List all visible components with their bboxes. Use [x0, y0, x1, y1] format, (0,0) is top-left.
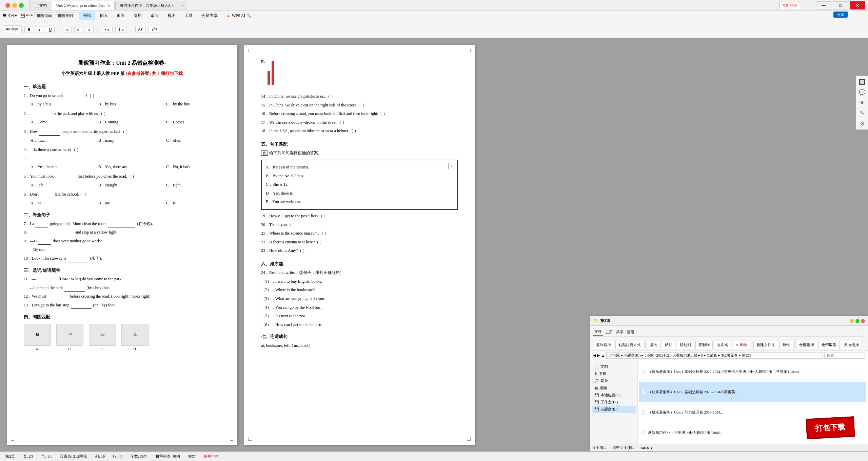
- fm-selected: 选中 1 个项目: [612, 445, 635, 450]
- fm-copy-btn[interactable]: 复制: [647, 341, 660, 349]
- fm-rename-btn[interactable]: 重命名: [714, 341, 731, 349]
- fm-tab-home[interactable]: 主页: [604, 329, 614, 335]
- corner-mark-bl2: [248, 437, 252, 441]
- underline-btn[interactable]: U: [46, 26, 55, 33]
- search-icon[interactable]: 🔍: [246, 13, 252, 18]
- sidebar-icon-2[interactable]: 💬: [859, 89, 866, 96]
- fm-file-2-icon: 📄: [641, 390, 646, 394]
- bullet-btn[interactable]: • ≡: [102, 26, 113, 33]
- fm-file-1[interactable]: 📄 （快乐暑假练）Unit 1 基础达标卷 2023-2024小学英语六年级上册…: [639, 362, 866, 381]
- fm-sidebar-d[interactable]: 💾 工作室(D:): [592, 399, 636, 406]
- add-matching-button[interactable]: +: [448, 163, 454, 169]
- align-center-btn[interactable]: ≡: [74, 26, 82, 33]
- italic-btn[interactable]: I: [36, 26, 43, 33]
- fm-file-1-name: （快乐暑假练）Unit 1 基础达标卷 2023-2024小学英语六年级上册 人…: [648, 369, 799, 374]
- fm-sidebar-music[interactable]: 🎵 音乐: [592, 377, 636, 384]
- fm-sidebar-docs[interactable]: 📄 文档: [592, 363, 636, 370]
- fm-file-2[interactable]: 📄 （快乐暑假练）Unit 2 基础达标卷 2023-2024小学英英...: [639, 382, 866, 402]
- minimize-button[interactable]: [12, 3, 17, 8]
- fm-nav-back[interactable]: ◀: [593, 353, 596, 358]
- fm-sidebar-c[interactable]: 💾 本地磁盘(C:): [592, 392, 636, 399]
- fm-titlebar: 📁 第2组: [590, 316, 868, 326]
- fm-sidebar-desktop[interactable]: 🖥 桌面: [592, 384, 636, 392]
- close-win-button[interactable]: ✕: [850, 1, 865, 9]
- maximize-button[interactable]: [19, 3, 24, 8]
- minimize-win-button[interactable]: ─: [816, 1, 831, 9]
- fm-selectall-btn[interactable]: 全部选择: [796, 341, 817, 349]
- fm-nav-up[interactable]: ▲: [601, 354, 605, 358]
- fm-move-btn[interactable]: 移动到: [677, 341, 694, 349]
- sidebar-icon-3[interactable]: 👁: [860, 100, 865, 106]
- img-a-label: A.: [24, 346, 51, 353]
- tab-doc[interactable]: 📄 文档: [29, 1, 51, 10]
- save-icon[interactable]: 💾: [20, 14, 25, 18]
- subtitle-plain: 小学英语六年级上册人教 PEP 版: [61, 71, 124, 76]
- q2-a: A．Come: [31, 119, 92, 126]
- ribbon: ☰ 文件▾ 💾 ↶ ↷ 翻倍页面 翻倍视图 开始 插入 页面 引用 审阅 视图 …: [0, 11, 868, 38]
- sidebar-icon-4[interactable]: ✎: [860, 110, 864, 116]
- fm-nav-path[interactable]: 此电脑 ▸ 老硬盘(E:) ▸ 0.0001-20231021-人教版PEP上册…: [606, 352, 823, 359]
- q7-blank1: [35, 227, 48, 227]
- fm-sidebar-e[interactable]: 💾 老硬盘(E:): [592, 406, 636, 413]
- register-button[interactable]: 立即登录: [779, 2, 800, 9]
- tab-preview[interactable]: 暑假预习作业：六年级上册人A ×: [115, 1, 178, 10]
- q4-num: 4．: [24, 147, 30, 152]
- share-label: 分享: [833, 12, 848, 18]
- fm-copyto-btn[interactable]: 复制到: [695, 341, 713, 349]
- fm-delete-btn[interactable]: ✕ 删除: [733, 341, 750, 349]
- ribbon-tab-copy-page[interactable]: 翻倍页面: [35, 12, 54, 19]
- fm-tab-share[interactable]: 共享: [615, 329, 625, 335]
- fm-min-btn[interactable]: [850, 319, 854, 323]
- fm-nav-forward[interactable]: ▶: [597, 353, 600, 358]
- ribbon-tab-ref[interactable]: 引用: [130, 12, 146, 20]
- fm-search-input[interactable]: [824, 353, 865, 359]
- undo-icon[interactable]: ↶: [26, 14, 29, 18]
- tab-unit2[interactable]: Unit 2 Ways to go to school Part ✕: [52, 1, 115, 10]
- tab-close-icon[interactable]: ✕: [107, 4, 110, 7]
- fm-tab-file[interactable]: 文件: [593, 328, 603, 336]
- tab-doc-label: 📄 文档: [34, 3, 47, 8]
- menu-file[interactable]: ☰ 文件▾: [3, 13, 17, 18]
- ribbon-tab-view[interactable]: 视图: [163, 12, 180, 20]
- close-button[interactable]: [5, 3, 10, 8]
- plus-icon: +: [182, 3, 184, 8]
- fm-copy-path-btn[interactable]: 复制路径: [593, 341, 614, 349]
- fm-paste-btn[interactable]: 粘贴: [662, 341, 675, 349]
- right-doc-page: E. 14．In China, we use chopsticks to eat…: [244, 45, 475, 445]
- align-right-btn[interactable]: ≡: [85, 26, 93, 33]
- highlight-btn[interactable]: 🖊▾: [149, 26, 160, 33]
- share-button[interactable]: 分享: [833, 12, 848, 17]
- tab-new[interactable]: +: [179, 1, 187, 10]
- fm-properties-btn[interactable]: 属性: [780, 341, 793, 349]
- redo-icon[interactable]: ↷: [29, 14, 33, 18]
- align-left-btn[interactable]: ≡: [63, 26, 71, 33]
- subtitle-red: (有参考答案) 共 4 项打包下载: [126, 71, 183, 76]
- bold-btn[interactable]: B: [24, 26, 33, 33]
- ribbon-tab-review[interactable]: 审阅: [146, 12, 163, 20]
- section1-title: 一、单选题: [24, 83, 220, 91]
- fm-newfolder-btn[interactable]: 新建文件夹: [753, 341, 778, 349]
- fm-close-btn[interactable]: [861, 319, 865, 323]
- ribbon-tab-insert[interactable]: 插入: [96, 12, 112, 20]
- ribbon-tab-page[interactable]: 页面: [113, 12, 129, 20]
- fm-invert-btn[interactable]: 反向选择: [841, 341, 862, 349]
- match-c: C．She is 12.: [266, 180, 453, 189]
- ribbon-tab-tools[interactable]: 工具: [180, 12, 197, 20]
- ribbon-tab-vip[interactable]: 会员专享: [197, 12, 222, 20]
- fm-paste-shortcut-btn[interactable]: 粘贴快捷方式: [615, 341, 644, 349]
- titlebar: 📄 文档 Unit 2 Ways to go to school Part ✕ …: [0, 0, 868, 11]
- fm-selectnone-btn[interactable]: 全部取消: [818, 341, 840, 349]
- download-badge[interactable]: 打包下载: [806, 416, 855, 439]
- fm-max-btn[interactable]: [855, 319, 860, 323]
- sidebar-icon-1[interactable]: 🔲: [859, 79, 866, 85]
- ribbon-tab-start[interactable]: 开始: [79, 12, 95, 20]
- wps-ai[interactable]: ▲ WPS AI 🔍: [226, 13, 252, 18]
- fm-tab-view[interactable]: 查看: [626, 329, 636, 335]
- sidebar-icon-5[interactable]: ⚙: [860, 120, 865, 127]
- num-list-btn[interactable]: 1.≡: [115, 26, 127, 33]
- format-btn[interactable]: A▾ 字体: [3, 25, 22, 33]
- fm-sidebar-downloads[interactable]: ⬇ 下载: [592, 370, 636, 377]
- color-btn[interactable]: A▾: [135, 26, 146, 33]
- restore-win-button[interactable]: □: [833, 1, 848, 9]
- ribbon-tab-copy-view[interactable]: 翻倍视图: [56, 12, 75, 19]
